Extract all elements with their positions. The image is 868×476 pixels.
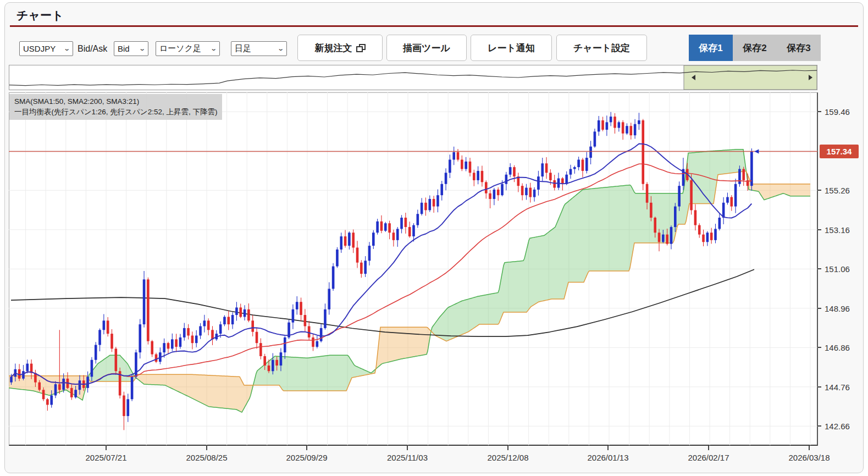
current-price-badge: 157.34: [820, 145, 859, 158]
date-axis-labels: 2025/07/212025/08/252025/09/292025/11/03…: [0, 453, 868, 465]
date-tick-mark: [507, 446, 508, 450]
timeframe-select-value: 日足: [235, 43, 251, 54]
timeframe-select[interactable]: 日足 ⌄: [231, 41, 287, 56]
bid-select[interactable]: Bid ⌄: [114, 41, 148, 56]
ichimoku-legend-line: 一目均衡表(先行スパン1:26, 先行スパン2:52, 上昇雲, 下降雲): [14, 107, 217, 117]
date-tick-mark: [607, 446, 609, 450]
date-tick-label: 2025/07/21: [76, 453, 136, 462]
new-order-button[interactable]: 新規注文: [297, 35, 383, 61]
chevron-down-icon: ⌄: [139, 45, 146, 52]
date-tick-mark: [708, 446, 709, 450]
pair-select[interactable]: USDJPY ⌄: [19, 41, 73, 56]
price-tick-mark: [817, 190, 821, 191]
price-tick-label: 142.66: [825, 422, 850, 431]
date-tick-mark: [407, 446, 408, 450]
draw-tools-label: 描画ツール: [403, 42, 450, 54]
chevron-down-icon: ⌄: [277, 45, 284, 52]
draw-tools-button[interactable]: 描画ツール: [386, 35, 467, 61]
open-window-icon: [356, 44, 366, 52]
title-divider: [10, 25, 858, 27]
price-tick-mark: [817, 111, 821, 112]
rate-alert-button[interactable]: レート通知: [471, 35, 552, 61]
chart-screen: { "header": { "title": "チャート" }, "toolba…: [0, 0, 868, 476]
bid-ask-label: Bid/Ask: [78, 44, 107, 54]
page-title: チャート: [16, 8, 63, 23]
indicator-legend: SMA(SMA1:50, SMA2:200, SMA3:21) 一目均衡表(先行…: [9, 94, 222, 120]
price-tick-mark: [817, 347, 821, 348]
price-tick-label: 151.06: [825, 264, 850, 274]
chevron-down-icon: ⌄: [63, 45, 70, 52]
date-tick-label: 2026/01/13: [578, 453, 638, 462]
new-order-label: 新規注文: [315, 42, 352, 54]
chart-settings-label: チャート設定: [573, 42, 630, 54]
bid-select-value: Bid: [118, 44, 130, 53]
candlestick-chart[interactable]: [9, 92, 818, 446]
chart-type-select-value: ローソク足: [159, 43, 201, 54]
price-tick-mark: [817, 425, 821, 427]
date-tick-label: 2026/02/17: [678, 453, 739, 462]
date-tick-label: 2025/12/08: [478, 453, 538, 462]
price-tick-mark: [817, 268, 821, 269]
date-tick-mark: [106, 446, 107, 450]
chevron-down-icon: ⌄: [210, 45, 217, 52]
date-tick-label: 2026/03/18: [779, 453, 839, 462]
save-slot-group: 保存1 保存2 保存3: [689, 35, 821, 61]
main-chart-plot[interactable]: SMA(SMA1:50, SMA2:200, SMA3:21) 一目均衡表(先行…: [9, 92, 818, 446]
price-tick-mark: [817, 229, 821, 230]
sma-legend-line: SMA(SMA1:50, SMA2:200, SMA3:21): [14, 96, 217, 107]
chart-settings-button[interactable]: チャート設定: [556, 35, 647, 61]
navigator-chart[interactable]: [9, 65, 817, 90]
range-navigator[interactable]: [9, 65, 817, 90]
date-tick-mark: [206, 446, 207, 450]
date-tick-label: 2025/11/03: [377, 453, 438, 462]
price-tick-label: 153.16: [825, 225, 850, 235]
save-slot-2-button[interactable]: 保存2: [733, 35, 777, 61]
date-tick-mark: [306, 446, 307, 450]
date-tick-label: 2025/09/29: [277, 453, 337, 462]
pair-select-value: USDJPY: [23, 44, 56, 53]
price-tick-mark: [817, 386, 821, 388]
chart-type-select[interactable]: ローソク足 ⌄: [156, 41, 220, 56]
save-slot-3-button[interactable]: 保存3: [777, 35, 821, 61]
price-tick-label: 159.46: [825, 107, 850, 117]
price-tick-label: 155.26: [825, 186, 850, 195]
date-tick-mark: [809, 446, 810, 450]
save-slot-1-button[interactable]: 保存1: [689, 35, 733, 61]
date-tick-label: 2025/08/25: [176, 453, 237, 462]
price-tick-label: 148.96: [825, 304, 850, 313]
price-tick-mark: [817, 308, 821, 309]
price-tick-label: 144.76: [825, 383, 850, 392]
price-tick-label: 146.86: [825, 343, 850, 352]
rate-alert-label: レート通知: [488, 42, 535, 54]
